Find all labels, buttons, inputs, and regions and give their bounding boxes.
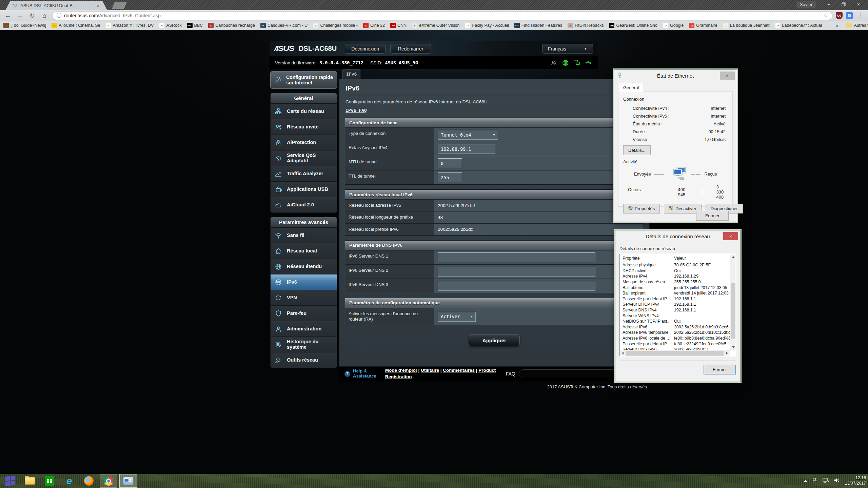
network-tray-icon[interactable] <box>822 477 829 484</box>
vertical-scrollbar[interactable] <box>730 254 736 350</box>
page-info-icon[interactable]: ⓘ <box>57 13 61 19</box>
table-row[interactable]: Adresse IPv62002:5a26:2b1d:0:b9b3:8ee6:d… <box>620 324 736 330</box>
ipv6-faq-link[interactable]: IPv6 FAQ <box>346 108 367 113</box>
sidebar-item-reseau-local[interactable]: Réseau local <box>271 243 337 259</box>
bookmark-item[interactable]: OFacily Pay - Accueil <box>465 23 509 28</box>
taskbar-app-chrome[interactable] <box>100 474 117 488</box>
tab-general[interactable]: Général <box>618 83 644 92</box>
bookmark-item[interactable]: BBCBBC <box>187 23 203 28</box>
volume-icon[interactable] <box>834 477 840 484</box>
close-button[interactable]: Fermer <box>696 211 729 221</box>
browser-tab[interactable]: ASUS DSL-AC68U Dual-B × <box>5 1 107 10</box>
sidebar-item-reseau-invite[interactable]: Réseau invité <box>271 119 337 135</box>
table-row[interactable]: Adresse IPv6 locale de li...fe80::b9b3:8… <box>620 336 736 341</box>
taskbar-app-network-status-window[interactable] <box>119 474 137 488</box>
sidebar-item-vpn[interactable]: VPN <box>271 290 337 305</box>
field-input[interactable] <box>438 172 462 182</box>
scroll-left-icon[interactable] <box>620 350 626 356</box>
scroll-up-icon[interactable] <box>730 254 736 260</box>
action-center-flag-icon[interactable] <box>812 477 817 484</box>
address-bar[interactable]: ⓘ router.asus.com/Advanced_IPv6_Content.… <box>52 12 832 20</box>
horizontal-scroll-thumb[interactable] <box>626 351 724 356</box>
field-input[interactable] <box>438 281 595 291</box>
dialog-titlebar[interactable]: État de Ethernet × <box>614 70 737 81</box>
bookmark-item[interactable]: T[Tool Guide+News] <box>3 23 46 28</box>
vertical-scroll-thumb[interactable] <box>731 283 735 339</box>
table-row[interactable]: Passerelle par défaut IPv6fe80::e23f:49f… <box>620 341 736 347</box>
tab-ipv6[interactable]: IPv6 <box>342 69 360 79</box>
footer-link[interactable]: Mode d'emploi <box>385 368 417 373</box>
sidebar-item-aicloud-2-0[interactable]: AiCloud 2.0 <box>271 197 337 212</box>
field-input[interactable] <box>438 252 595 262</box>
window-minimize-button[interactable]: − <box>822 1 835 8</box>
bookmark-item[interactable]: DLadépêche.fr : Actual <box>775 23 822 28</box>
table-row[interactable]: DHCP activéOui <box>620 268 736 274</box>
bookmark-item[interactable]: GGoogle <box>663 23 684 28</box>
taskbar-app-windows-store[interactable] <box>41 474 58 488</box>
ublock-extension-icon[interactable]: U0 <box>836 12 843 19</box>
table-row[interactable]: Bail expirantvendredi 14 juillet 2017 12… <box>620 290 736 296</box>
table-row[interactable]: Serveur DNS IPv4192.168.1.1 <box>620 307 736 313</box>
internet-status-icon[interactable] <box>562 60 569 66</box>
field-input[interactable] <box>438 267 595 277</box>
translate-extension-icon[interactable]: G <box>846 12 853 19</box>
table-row[interactable]: NetBIOS sur TCP/IP act...Oui <box>620 319 736 324</box>
sidebar-item-pare-feu[interactable]: Pare-feu <box>271 305 337 321</box>
dialog-titlebar[interactable]: Détails de connexion réseau × <box>615 230 740 242</box>
bookmark-item[interactable]: eeXtreme Outer Vision <box>412 23 459 28</box>
bookmark-item[interactable]: GGrammaire <box>689 23 717 28</box>
faq-search-input[interactable] <box>519 369 631 378</box>
sidebar-item-service-qos-adaptatif[interactable]: Service QoS Adaptatif <box>271 150 337 166</box>
bookmark-item[interactable]: AASRock <box>159 23 181 28</box>
reload-icon[interactable]: ↻ <box>28 12 37 20</box>
window-restore-button[interactable] <box>837 1 850 8</box>
quick-setup-button[interactable]: Configuration rapide sur Internet <box>270 71 337 89</box>
sidebar-item-applications-usb[interactable]: Applications USB <box>271 181 337 197</box>
bookmark-item[interactable]: GBGearBest: Online Sho <box>609 23 657 28</box>
browser-profile-badge[interactable]: Xavier <box>796 1 816 8</box>
table-row[interactable]: Passerelle par défaut IPv4192.168.1.1 <box>620 296 736 302</box>
field-select[interactable]: Tunnel 6to4▼ <box>438 130 498 140</box>
sidebar-item-traffic-analyzer[interactable]: Traffic Analyzer <box>271 166 337 181</box>
home-icon[interactable]: ⌂ <box>40 12 49 19</box>
browser-menu-icon[interactable]: ⋮ <box>856 12 865 19</box>
clients-icon[interactable] <box>573 60 580 66</box>
bookmark-item[interactable]: CNNCNN <box>390 23 407 28</box>
taskbar-app-file-explorer[interactable] <box>21 474 39 488</box>
firmware-version-link[interactable]: 3.0.0.4.380_7712 <box>319 60 363 65</box>
ssid-link-24g[interactable]: ASUS <box>385 60 396 65</box>
ssid-link-5g[interactable]: ASUS_5G <box>399 60 418 65</box>
bookmark-item[interactable]: AAlloCiné : Cinéma, Sé <box>52 23 100 28</box>
footer-link[interactable]: Utilitaire <box>421 368 439 373</box>
back-icon[interactable]: ← <box>3 12 12 19</box>
bookmark-item[interactable]: aAmazon.fr : livres, DV <box>106 23 154 28</box>
properties-button[interactable]: Propriétés <box>623 204 660 214</box>
table-row[interactable]: Adresse physique70-85-C2-0C-2F-5F <box>620 262 736 268</box>
table-row[interactable]: Adresse IPv4192.168.1.29 <box>620 273 736 279</box>
logout-button[interactable]: Déconnexion <box>345 44 386 54</box>
parental-controls-icon[interactable] <box>551 60 557 65</box>
usb-status-icon[interactable] <box>585 60 592 65</box>
bookmark-item[interactable]: CCartouches rechargé <box>208 23 255 28</box>
scroll-right-icon[interactable] <box>724 350 730 356</box>
bookmark-item[interactable]: FFitGirl Repacks <box>568 23 604 28</box>
bookmark-item[interactable]: 32Ciné 32 <box>363 23 385 28</box>
reboot-button[interactable]: Redémarrer <box>390 44 431 54</box>
sidebar-item-administration[interactable]: Administration <box>271 321 337 337</box>
footer-link[interactable]: Commentaires <box>443 368 475 373</box>
window-close-button[interactable]: × <box>852 1 865 8</box>
table-row[interactable]: Serveur DHCP IPv4192.168.1.1 <box>620 302 736 307</box>
close-icon[interactable]: × <box>720 72 735 80</box>
bookmark-item[interactable]: CChallenges mobile - <box>313 23 357 28</box>
close-button[interactable]: Fermer <box>704 365 736 374</box>
bookmark-item[interactable]: HTGFind Hidden Features <box>514 23 562 28</box>
bookmark-item[interactable]: VCasques-VR.com - L' <box>260 23 308 28</box>
table-row[interactable]: Bail obtenujeudi 13 juillet 2017 12:03:0… <box>620 285 736 290</box>
forward-icon[interactable]: → <box>16 12 24 19</box>
bookmarks-overflow-icon[interactable]: » <box>833 23 841 28</box>
taskbar-app-internet-explorer[interactable]: e <box>60 474 78 488</box>
sidebar-item-ipv6[interactable]: IPv6IPv6 <box>271 274 337 290</box>
field-input[interactable] <box>438 158 462 168</box>
scroll-down-icon[interactable] <box>730 344 736 350</box>
help-assistance[interactable]: ? Help &Assistance <box>344 369 376 379</box>
